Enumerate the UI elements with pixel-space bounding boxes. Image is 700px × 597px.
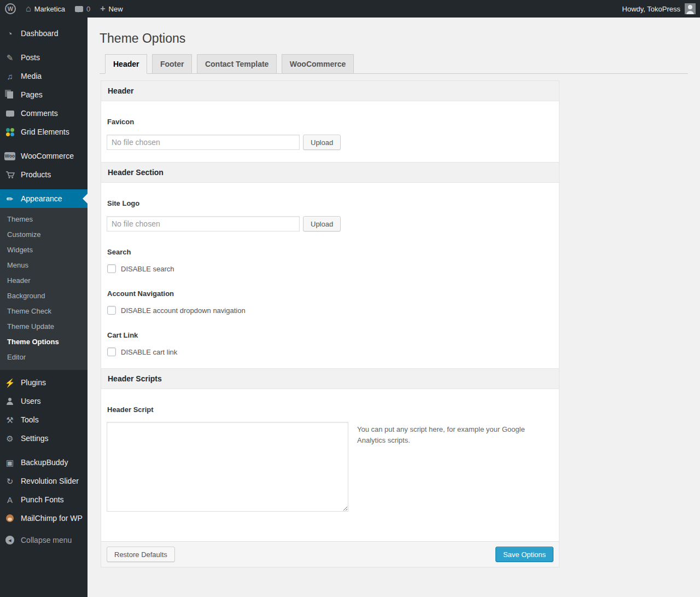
admin-bar-left: W ⌂ Marketica 0 + New	[0, 0, 128, 18]
sidebar-item-plugins[interactable]: ⚡ Plugins	[0, 373, 88, 392]
appearance-submenu: Themes Customize Widgets Menus Header Ba…	[0, 208, 88, 370]
restore-defaults-button[interactable]: Restore Defaults	[107, 547, 175, 562]
nav-tabs: Header Footer Contact Template WooCommer…	[100, 54, 688, 74]
site-logo-upload-button[interactable]: Upload	[303, 216, 341, 231]
account-navigation-label: Account Navigation	[107, 289, 553, 298]
sidebar-item-label: Punch Fonts	[21, 495, 64, 504]
sidebar-item-label: Comments	[21, 109, 58, 118]
site-logo-file-row: Upload	[107, 216, 553, 231]
favicon-upload-button[interactable]: Upload	[303, 135, 341, 150]
section-header: Header	[101, 81, 559, 101]
grid-elements-icon	[4, 128, 15, 136]
menu-separator	[0, 448, 88, 453]
sidebar-item-label: BackupBuddy	[21, 458, 68, 467]
sidebar-item-grid-elements[interactable]: Grid Elements	[0, 123, 88, 141]
tab-woocommerce[interactable]: WooCommerce	[282, 54, 354, 73]
submenu-item-themes[interactable]: Themes	[0, 212, 88, 227]
disable-account-nav-checkbox[interactable]	[107, 306, 116, 315]
tab-header[interactable]: Header	[105, 54, 147, 74]
section-header-section: Header Section	[101, 162, 559, 183]
favicon-file-input[interactable]	[107, 135, 300, 150]
mailchimp-icon	[4, 514, 15, 522]
plugins-icon: ⚡	[4, 379, 15, 387]
posts-pin-icon: ✎	[4, 54, 15, 62]
sidebar-item-label: Users	[21, 397, 41, 405]
media-icon: ♫	[4, 72, 15, 80]
comment-bubble-icon	[75, 6, 83, 12]
tab-contact-template[interactable]: Contact Template	[197, 54, 277, 73]
submenu-item-theme-update[interactable]: Theme Update	[0, 319, 88, 334]
sidebar-item-tools[interactable]: ⚒ Tools	[0, 410, 88, 429]
revolution-slider-icon: ↻	[4, 477, 15, 485]
menu-top-padding	[0, 18, 88, 24]
new-label: New	[109, 5, 123, 13]
account-menu[interactable]: Howdy, TokoPress	[622, 0, 700, 18]
menu-separator	[0, 184, 88, 189]
sidebar-item-label: Products	[21, 170, 51, 179]
sidebar-item-label: Collapse menu	[21, 536, 72, 544]
header-section-fields: Site Logo Upload Search DISABLE search A…	[101, 199, 559, 368]
submenu-item-menus[interactable]: Menus	[0, 258, 88, 273]
appearance-brush-icon: ✏	[4, 195, 15, 203]
sidebar-item-revolution-slider[interactable]: ↻ Revolution Slider	[0, 472, 88, 490]
howdy-text: Howdy, TokoPress	[622, 5, 680, 13]
site-logo-file-input[interactable]	[107, 216, 300, 231]
sidebar-item-appearance[interactable]: ✏ Appearance	[0, 189, 88, 208]
header-fields: Favicon Upload	[101, 118, 559, 162]
sidebar-item-media[interactable]: ♫ Media	[0, 67, 88, 85]
site-name: Marketica	[34, 5, 65, 13]
disable-search-row: DISABLE search	[107, 264, 553, 273]
sidebar-item-settings[interactable]: ⚙ Settings	[0, 429, 88, 448]
favicon-file-row: Upload	[107, 135, 553, 150]
submenu-item-widgets[interactable]: Widgets	[0, 242, 88, 258]
sidebar-item-comments[interactable]: Comments	[0, 104, 88, 123]
submenu-item-editor[interactable]: Editor	[0, 350, 88, 365]
page-title: Theme Options	[100, 31, 688, 47]
sidebar-item-dashboard[interactable]: ◔ Dashboard	[0, 24, 88, 43]
submenu-item-theme-options[interactable]: Theme Options	[0, 334, 88, 350]
site-name-link[interactable]: ⌂ Marketica	[21, 0, 70, 18]
header-script-label: Header Script	[107, 405, 553, 414]
sidebar-item-pages[interactable]: Pages	[0, 85, 88, 104]
sidebar-item-label: WooCommerce	[21, 152, 74, 160]
submenu-item-background[interactable]: Background	[0, 288, 88, 304]
sidebar-item-mailchimp[interactable]: MailChimp for WP	[0, 509, 88, 528]
disable-account-nav-checkbox-label: DISABLE account dropdown navigation	[121, 306, 246, 315]
home-icon: ⌂	[26, 4, 31, 13]
tab-footer[interactable]: Footer	[152, 54, 192, 73]
sidebar-item-label: MailChimp for WP	[21, 514, 83, 523]
site-logo-label: Site Logo	[107, 199, 553, 207]
submenu-item-theme-check[interactable]: Theme Check	[0, 304, 88, 319]
sidebar-item-posts[interactable]: ✎ Posts	[0, 48, 88, 67]
header-scripts-fields: Header Script You can put any script her…	[101, 405, 559, 512]
sidebar-item-backupbuddy[interactable]: ▣ BackupBuddy	[0, 453, 88, 472]
save-options-button[interactable]: Save Options	[495, 547, 553, 562]
sidebar-item-label: Plugins	[21, 378, 46, 387]
admin-bar: W ⌂ Marketica 0 + New Howdy, TokoPress	[0, 0, 700, 18]
submenu-item-customize[interactable]: Customize	[0, 227, 88, 242]
header-script-row: You can put any script here, for example…	[107, 422, 553, 512]
tools-wrench-icon: ⚒	[4, 416, 15, 424]
admin-sidebar: ◔ Dashboard ✎ Posts ♫ Media Pages Commen…	[0, 18, 88, 597]
submenu-item-header[interactable]: Header	[0, 273, 88, 288]
sidebar-item-punch-fonts[interactable]: A Punch Fonts	[0, 490, 88, 509]
sidebar-item-products[interactable]: Products	[0, 165, 88, 184]
user-avatar	[685, 3, 696, 14]
disable-cart-link-checkbox[interactable]	[107, 347, 116, 356]
sidebar-item-woocommerce[interactable]: Woo WooCommerce	[0, 147, 88, 165]
header-script-textarea[interactable]	[107, 422, 348, 512]
new-menu[interactable]: + New	[95, 0, 127, 18]
disable-search-checkbox[interactable]	[107, 264, 116, 273]
sidebar-item-label: Grid Elements	[21, 127, 69, 136]
sidebar-item-collapse-menu[interactable]: ◀ Collapse menu	[0, 531, 88, 549]
cart-icon	[4, 171, 15, 179]
favicon-label: Favicon	[107, 118, 553, 126]
sidebar-item-label: Revolution Slider	[21, 477, 79, 485]
sidebar-item-label: Media	[21, 72, 42, 80]
sidebar-item-users[interactable]: Users	[0, 392, 88, 410]
disable-cart-link-row: DISABLE cart link	[107, 347, 553, 356]
sidebar-item-label: Dashboard	[21, 29, 59, 38]
wordpress-menu[interactable]: W	[0, 0, 21, 18]
settings-icon: ⚙	[4, 434, 15, 443]
comments-link[interactable]: 0	[70, 0, 95, 18]
